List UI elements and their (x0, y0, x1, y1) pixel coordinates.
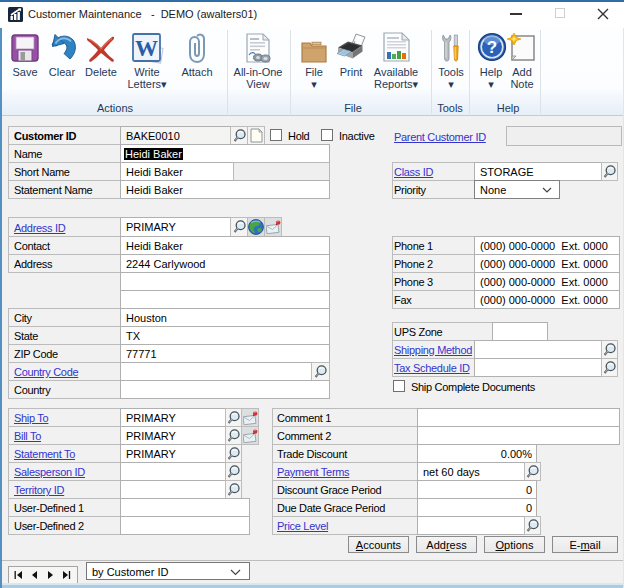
svg-text:W: W (135, 36, 158, 61)
svg-text:?: ? (487, 38, 497, 57)
